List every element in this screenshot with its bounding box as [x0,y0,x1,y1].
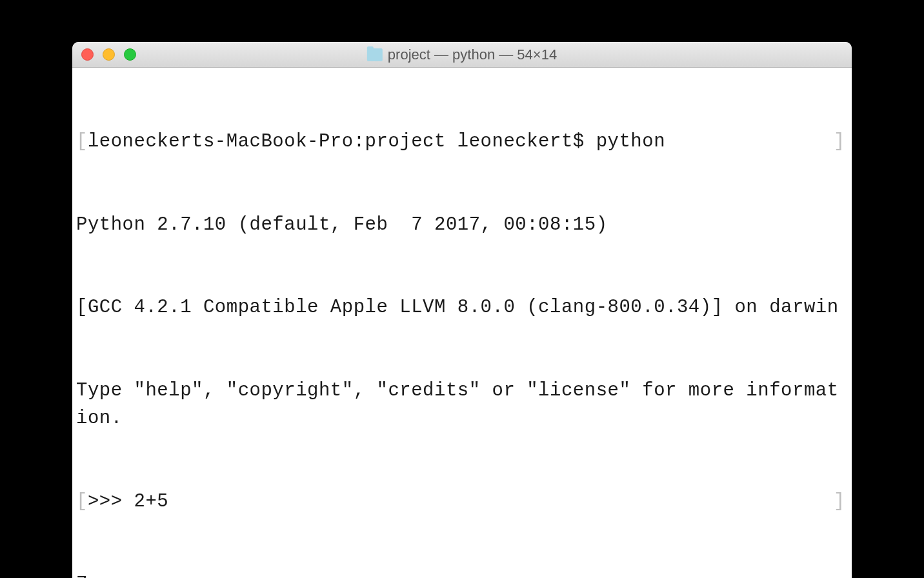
bracket-left-icon: [ [76,131,88,152]
terminal-line: 7 [76,573,88,578]
window-title-area: project — python — 54×14 [367,46,557,63]
terminal-line: leoneckerts-MacBook-Pro:project leonecke… [88,131,665,152]
terminal-line: Type "help", "copyright", "credits" or "… [76,380,839,429]
terminal-content[interactable]: [leoneckerts-MacBook-Pro:project leoneck… [72,68,852,458]
traffic-lights [81,48,136,61]
minimize-button[interactable] [103,48,115,61]
folder-icon [367,48,383,61]
maximize-button[interactable] [124,48,136,61]
close-button[interactable] [81,48,94,61]
terminal-line: Python 2.7.10 (default, Feb 7 2017, 00:0… [76,214,608,235]
bracket-right-icon: ] [834,488,845,516]
window-title: project — python — 54×14 [388,46,557,63]
terminal-window: project — python — 54×14 [leoneckerts-Ma… [72,42,852,578]
window-titlebar[interactable]: project — python — 54×14 [72,42,852,68]
bracket-left-icon: [ [76,491,88,512]
terminal-line: [GCC 4.2.1 Compatible Apple LLVM 8.0.0 (… [76,297,839,318]
terminal-line: >>> 2+5 [88,491,168,512]
bracket-right-icon: ] [834,128,845,156]
